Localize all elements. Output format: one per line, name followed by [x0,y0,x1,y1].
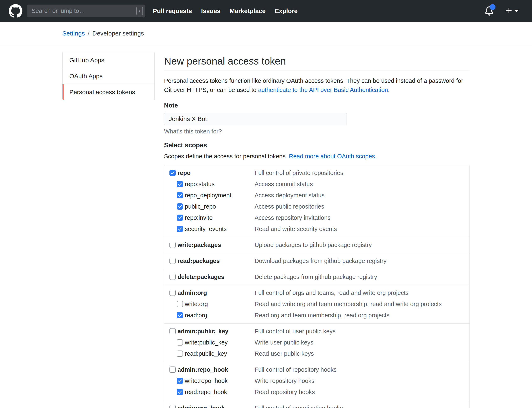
scope-description: Read and write org and team membership, … [255,301,470,307]
checkbox-read-org[interactable] [177,312,183,318]
sidebar-item-label: OAuth Apps [69,73,103,80]
scope-group: admin:public_keyFull control of user pub… [164,323,470,362]
scope-name: write:org [185,301,208,307]
scope-row-read-org: read:orgRead org and team membership, re… [164,310,470,321]
scope-name: read:packages [178,257,220,264]
scope-name-cell: write:repo_hook [169,377,255,384]
scope-name-cell: security_events [169,226,255,232]
scope-row-delete-packages: delete:packagesDelete packages from gith… [164,271,470,282]
scope-description: Access deployment status [255,192,470,199]
sidebar-item-personal-access-tokens[interactable]: Personal access tokens [62,84,155,100]
basic-auth-link[interactable]: authenticate to the API over Basic Authe… [258,86,388,93]
scope-group: admin:org_hookFull control of organizati… [164,400,470,408]
checkbox-read-repo-hook[interactable] [177,389,183,395]
sidebar-item-label: GitHub Apps [69,57,104,64]
notifications-bell-icon[interactable] [485,6,494,16]
developer-settings-sidebar: GitHub AppsOAuth AppsPersonal access tok… [62,52,155,100]
checkbox-admin-public-key[interactable] [169,328,176,334]
intro-paragraph: Personal access tokens function like ord… [164,76,470,94]
scope-name: security_events [185,226,227,232]
scope-description: Full control of user public keys [255,328,470,335]
create-new-dropdown[interactable]: + [506,6,519,16]
scope-name-cell: read:org [169,312,255,319]
scope-name-cell: admin:public_key [169,328,255,335]
scope-row-repo-deployment: repo_deploymentAccess deployment status [164,190,470,201]
scope-description: Read user public keys [255,350,470,357]
scope-row-read-repo-hook: read:repo_hookRead repository hooks [164,386,470,398]
scope-name: delete:packages [178,273,225,280]
scope-name: repo [178,170,191,176]
scope-name: read:repo_hook [185,389,227,396]
header-right: + [485,6,521,16]
checkbox-security-events[interactable] [177,226,183,232]
scope-name-cell: repo_deployment [169,192,255,199]
nav-item-pull-requests[interactable]: Pull requests [153,8,192,15]
checkbox-write-public-key[interactable] [177,339,183,346]
scope-row-public-repo: public_repoAccess public repositories [164,201,470,212]
unread-notification-dot [490,4,496,10]
sidebar-item-oauth-apps[interactable]: OAuth Apps [62,68,155,84]
checkbox-read-public-key[interactable] [177,350,183,357]
scope-group: admin:orgFull control of orgs and teams,… [164,285,470,323]
scope-name-cell: read:public_key [169,350,255,357]
scope-name: read:public_key [185,350,227,357]
scope-name-cell: read:repo_hook [169,389,255,396]
checkbox-write-repo-hook[interactable] [177,378,183,384]
scope-name-cell: public_repo [169,203,255,210]
checkbox-write-packages[interactable] [169,242,176,248]
token-note-input[interactable] [164,113,347,125]
checkbox-read-packages[interactable] [169,258,176,264]
checkbox-admin-repo-hook[interactable] [169,366,176,373]
scope-name: admin:repo_hook [178,366,228,373]
checkbox-repo-deployment[interactable] [177,192,183,198]
breadcrumb-settings-link[interactable]: Settings [62,30,85,37]
scope-name-cell: read:packages [169,257,255,264]
checkbox-repo-status[interactable] [177,181,183,187]
scope-name-cell: repo:invite [169,214,255,221]
checkbox-admin-org[interactable] [169,290,176,296]
nav-item-explore[interactable]: Explore [275,8,297,15]
scope-row-write-packages: write:packagesUpload packages to github … [164,239,470,250]
content-area: GitHub AppsOAuth AppsPersonal access tok… [62,52,532,408]
sidebar-item-label: Personal access tokens [69,89,135,96]
scope-row-security-events: security_eventsRead and write security e… [164,223,470,235]
note-label: Note [164,102,470,109]
scopes-list: repoFull control of private repositories… [164,165,470,408]
checkbox-write-org[interactable] [177,301,183,307]
scope-group: read:packagesDownload packages from gith… [164,253,470,269]
checkbox-repo[interactable] [169,170,176,176]
scope-name-cell: write:public_key [169,339,255,346]
scope-description: Full control of organization hooks [255,405,470,408]
scope-name: admin:org [178,289,207,296]
scope-description: Full control of private repositories [255,170,470,176]
github-logo-icon[interactable] [9,4,22,18]
scope-name: write:repo_hook [185,377,227,384]
global-header: / Pull requestsIssuesMarketplaceExplore … [0,0,532,22]
scope-name-cell: write:packages [169,242,255,248]
scope-description: Download packages from github package re… [255,257,470,264]
chevron-down-icon [515,10,519,12]
scope-row-admin-repo-hook: admin:repo_hookFull control of repositor… [164,364,470,375]
scope-description: Access repository invitations [255,214,470,221]
scope-description: Delete packages from github package regi… [255,273,470,280]
scope-name-cell: admin:org [169,289,255,296]
scope-group: repoFull control of private repositories… [164,165,470,237]
scope-description: Read org and team membership, read org p… [255,312,470,319]
nav-item-issues[interactable]: Issues [201,8,220,15]
checkbox-admin-org-hook[interactable] [169,405,176,408]
main-panel: New personal access token Personal acces… [164,52,470,408]
checkbox-public-repo[interactable] [177,203,183,210]
breadcrumb-separator: / [88,30,89,37]
checkbox-repo-invite[interactable] [177,215,183,221]
nav-item-marketplace[interactable]: Marketplace [230,8,266,15]
sidebar-item-github-apps[interactable]: GitHub Apps [62,52,155,68]
header-nav: Pull requestsIssuesMarketplaceExplore [153,8,297,15]
scope-row-write-public-key: write:public_keyWrite user public keys [164,337,470,348]
checkbox-delete-packages[interactable] [169,274,176,280]
oauth-scopes-link[interactable]: Read more about OAuth scopes. [289,153,376,160]
scope-name: repo:status [185,181,215,187]
scope-name: read:org [185,312,207,319]
scope-name-cell: write:org [169,301,255,307]
search-input[interactable] [31,7,136,15]
scope-row-admin-org: admin:orgFull control of orgs and teams,… [164,287,470,298]
